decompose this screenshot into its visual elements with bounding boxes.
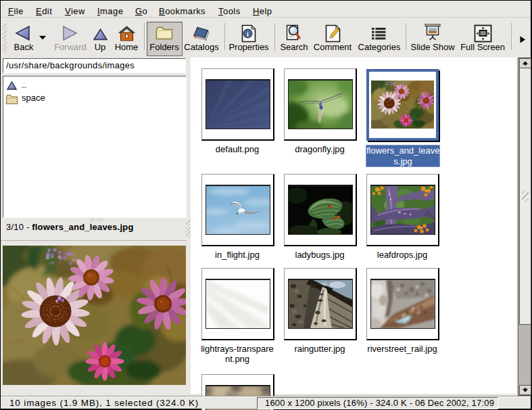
svg-text:i: i (247, 30, 249, 38)
